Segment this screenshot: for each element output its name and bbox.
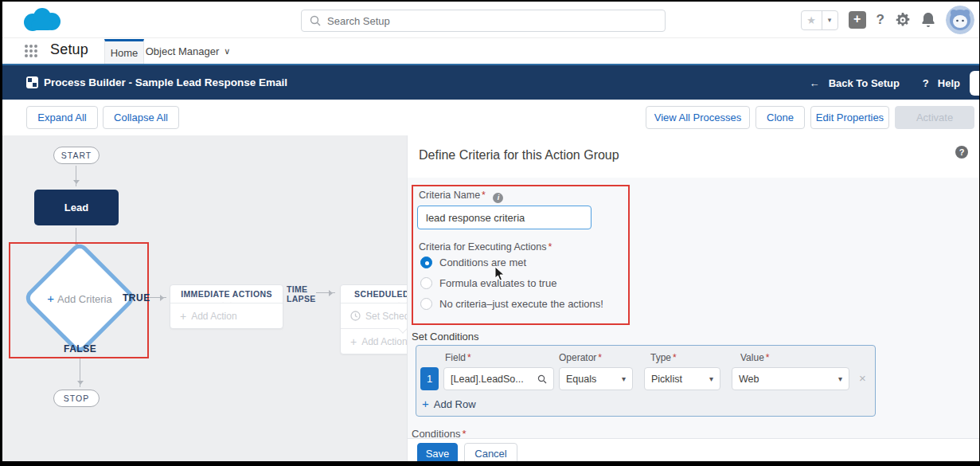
false-branch-label: FALSE	[64, 343, 96, 354]
start-node: START	[53, 147, 100, 164]
favorites-button[interactable]: ★ ▾	[801, 10, 838, 30]
panel-header: Define Criteria for this Action Group ?	[408, 135, 979, 178]
global-actions-icon[interactable]: +	[849, 11, 866, 29]
required-mark: *	[549, 241, 552, 253]
type-header: Type*	[650, 352, 677, 363]
lead-object-node[interactable]: Lead	[34, 190, 119, 225]
global-search[interactable]	[301, 10, 666, 32]
process-builder-title: Process Builder - Sample Lead Response E…	[44, 76, 287, 88]
executing-actions-label: Criteria for Executing Actions*	[419, 241, 552, 253]
immediate-actions-title: IMMEDIATE ACTIONS	[170, 285, 283, 303]
gear-icon[interactable]	[895, 12, 911, 28]
search-input[interactable]	[327, 15, 630, 27]
field-header: Field*	[445, 352, 471, 363]
stop-node: STOP	[53, 390, 100, 407]
plus-icon: +	[422, 397, 429, 410]
view-all-processes-button[interactable]: View All Processes	[646, 106, 750, 129]
bell-icon[interactable]	[921, 12, 935, 28]
radio-icon[interactable]	[420, 298, 432, 310]
chevron-down-icon[interactable]: ▾	[822, 11, 837, 29]
search-icon	[537, 374, 547, 384]
immediate-actions-card: IMMEDIATE ACTIONS + Add Action	[170, 284, 283, 329]
criteria-name-label: Criteria Name* i	[419, 190, 503, 203]
add-row-button[interactable]: +Add Row	[422, 397, 476, 410]
header-icon-cluster: ★ ▾ + ?	[801, 2, 974, 38]
connector-true	[149, 297, 166, 298]
process-builder-icon	[26, 76, 38, 88]
type-select[interactable]: Picklist ▾	[644, 367, 720, 390]
connector-false-stop	[80, 358, 80, 387]
process-builder-header: Process Builder - Sample Lead Response E…	[2, 64, 979, 100]
panel-title: Define Criteria for this Action Group	[419, 148, 619, 163]
condition-row-number: 1	[420, 367, 439, 390]
builder-toolbar: Expand All Collapse All View All Process…	[2, 100, 979, 135]
back-to-setup-link[interactable]: ← Back To Setup	[809, 77, 900, 89]
builder-help-link[interactable]: ? Help	[923, 77, 960, 89]
operator-header: Operator*	[559, 352, 602, 363]
remove-row-icon[interactable]: ×	[859, 371, 866, 385]
chevron-down-icon: ∨	[224, 46, 230, 57]
collapse-all-button[interactable]: Collapse All	[103, 106, 179, 129]
search-icon	[310, 15, 321, 26]
save-button[interactable]: Save	[417, 443, 458, 461]
criteria-name-input[interactable]	[417, 206, 592, 229]
tab-home-label: Home	[111, 47, 139, 59]
clock-icon	[350, 311, 361, 321]
radio-no-criteria[interactable]: No criteria–just execute the actions!	[420, 298, 603, 310]
activate-button[interactable]: Activate	[895, 106, 974, 129]
chevron-down-icon: ▾	[622, 374, 626, 383]
condition-field-input[interactable]: [Lead].LeadSo...	[443, 367, 554, 390]
add-action-button[interactable]: + Add Action	[170, 303, 283, 328]
salesforce-logo	[20, 6, 66, 35]
radio-icon[interactable]	[420, 277, 432, 289]
tab-object-manager-label: Object Manager	[146, 45, 220, 57]
conditions-box: Field* Operator* Type* Value* 1 [Lead].L…	[416, 345, 876, 417]
star-icon[interactable]: ★	[802, 11, 822, 29]
radio-label: No criteria–just execute the actions!	[439, 298, 603, 310]
mouse-cursor	[494, 266, 506, 282]
radio-label: Conditions are met	[439, 256, 526, 268]
set-conditions-label: Set Conditions	[412, 331, 479, 343]
chevron-down-icon: ▾	[838, 374, 842, 383]
expand-all-button[interactable]: Expand All	[26, 106, 98, 129]
plus-icon: +	[180, 310, 186, 323]
info-icon[interactable]: i	[493, 193, 503, 203]
user-avatar[interactable]	[946, 6, 974, 34]
help-icon[interactable]: ?	[877, 12, 884, 28]
setup-nav-bar: Setup Home Object Manager ∨	[2, 39, 979, 64]
radio-formula-evaluates[interactable]: Formula evaluates to true	[420, 277, 556, 289]
panel-help-icon[interactable]: ?	[955, 146, 968, 159]
edit-properties-button[interactable]: Edit Properties	[810, 106, 889, 129]
question-icon: ?	[923, 77, 929, 89]
radio-conditions-are-met[interactable]: Conditions are met	[420, 256, 526, 268]
back-arrow-icon: ←	[809, 77, 819, 89]
app-launcher-icon[interactable]	[25, 45, 37, 57]
add-criteria-label[interactable]: +Add Criteria	[29, 292, 131, 305]
panel-footer: Save Cancel	[408, 438, 979, 461]
clone-button[interactable]: Clone	[755, 106, 805, 129]
radio-selected-icon[interactable]	[420, 256, 432, 268]
criteria-panel: Define Criteria for this Action Group ? …	[407, 135, 979, 461]
tab-object-manager[interactable]: Object Manager ∨	[144, 39, 232, 64]
plus-icon: +	[47, 292, 54, 305]
chevron-down-icon: ▾	[709, 374, 713, 383]
value-header: Value*	[740, 352, 769, 363]
plus-icon: +	[350, 335, 357, 348]
connector-start-lead	[76, 166, 76, 186]
cancel-button[interactable]: Cancel	[464, 443, 517, 461]
tab-home[interactable]: Home	[104, 39, 144, 64]
true-branch-label: TRUE	[123, 292, 150, 303]
required-mark: *	[482, 190, 486, 201]
video-frame: ★ ▾ + ? Setup Home Object Manager ∨ Proc…	[0, 0, 980, 466]
value-select[interactable]: Web ▾	[732, 367, 849, 390]
header-edge-button[interactable]	[970, 71, 979, 96]
salesforce-window: ★ ▾ + ? Setup Home Object Manager ∨ Proc…	[2, 2, 979, 461]
global-header: ★ ▾ + ?	[2, 2, 979, 38]
setup-title: Setup	[50, 41, 88, 58]
operator-select[interactable]: Equals ▾	[559, 367, 633, 390]
connector-time-lapse	[316, 292, 335, 293]
time-lapse-label: TIMELAPSE	[287, 284, 316, 303]
